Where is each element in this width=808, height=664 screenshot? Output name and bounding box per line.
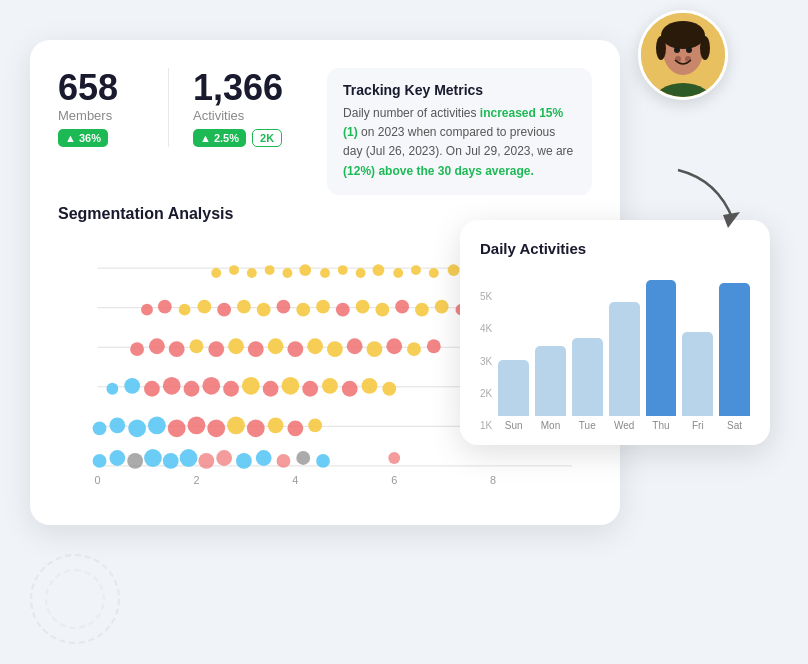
svg-point-79 [342,381,358,397]
svg-point-17 [320,268,330,278]
svg-point-91 [268,417,284,433]
svg-point-34 [197,300,211,314]
metrics-row: 658 Members ▲ 36% 1,366 Activities ▲ 2.5… [58,68,592,195]
bar-chart: Sun Mon Tue Wed Thu [498,291,750,431]
svg-point-81 [382,382,396,396]
svg-point-19 [356,268,366,278]
svg-point-16 [299,264,311,276]
bar-col-tue: Tue [572,338,603,431]
bar-col-fri: Fri [682,332,713,431]
bar-col-mon: Mon [535,346,566,431]
svg-text:8: 8 [490,473,496,485]
svg-point-11 [211,268,221,278]
svg-text:0: 0 [95,473,101,485]
svg-point-54 [190,339,204,353]
svg-point-44 [395,300,409,314]
svg-point-93 [308,418,322,432]
svg-point-35 [217,302,231,316]
members-number: 658 [58,68,144,108]
svg-point-97 [144,449,162,467]
svg-point-88 [207,419,225,437]
daily-activities-card: Daily Activities 5K 4K 3K 2K 1K Sun Mon [460,220,770,445]
avatar [638,10,728,100]
svg-point-60 [307,338,323,354]
svg-point-18 [338,265,348,275]
arrow-indicator [668,160,748,240]
svg-point-103 [256,450,272,466]
svg-point-14 [265,265,275,275]
bar-col-wed: Wed [609,302,640,431]
activities-label: Activities [193,108,283,123]
y-label-4k: 4K [480,323,492,334]
activities-badge: ▲ 2.5% [193,129,246,147]
members-badge-row: ▲ 36% [58,129,144,147]
y-label-3k: 3K [480,356,492,367]
bar-col-sun: Sun [498,360,529,431]
svg-point-92 [287,420,303,436]
svg-point-96 [127,453,143,469]
activities-badge2: 2K [252,129,282,147]
svg-point-106 [316,454,330,468]
svg-point-57 [248,341,264,357]
svg-point-40 [316,300,330,314]
svg-point-112 [656,36,666,60]
svg-point-62 [347,338,363,354]
svg-point-65 [407,342,421,356]
svg-point-32 [158,300,172,314]
bar-fri [682,332,713,416]
y-label-2k: 2K [480,388,492,399]
svg-point-36 [237,300,251,314]
members-badge: ▲ 36% [58,129,108,147]
svg-point-52 [149,338,165,354]
svg-point-21 [393,268,403,278]
svg-point-117 [686,47,692,53]
svg-point-61 [327,341,343,357]
tracking-highlight1: increased 15% (1) [343,106,563,139]
svg-point-113 [700,36,710,60]
y-label-5k: 5K [480,291,492,302]
bar-col-thu: Thu [646,280,677,431]
svg-point-41 [336,302,350,316]
svg-point-58 [268,338,284,354]
daily-activities-title: Daily Activities [480,240,750,257]
svg-point-72 [202,377,220,395]
tracking-highlight2: (12%) above the 30 days average. [343,164,534,178]
svg-point-43 [375,302,389,316]
svg-point-68 [124,378,140,394]
svg-point-51 [130,342,144,356]
svg-point-84 [128,419,146,437]
svg-point-53 [169,341,185,357]
tracking-box: Tracking Key Metrics Daily number of act… [327,68,592,195]
svg-point-12 [229,265,239,275]
svg-point-82 [93,421,107,435]
svg-text:4: 4 [292,473,298,485]
bar-tue [572,338,603,416]
svg-point-77 [302,381,318,397]
svg-point-70 [163,377,181,395]
svg-point-39 [296,302,310,316]
svg-point-23 [429,268,439,278]
svg-point-105 [296,451,310,465]
bar-thu [646,280,677,416]
members-metric: 658 Members ▲ 36% [58,68,168,147]
svg-point-85 [148,416,166,434]
svg-point-45 [415,302,429,316]
svg-point-20 [372,264,384,276]
bar-label-sat: Sat [727,420,742,431]
svg-point-94 [93,454,107,468]
svg-point-15 [282,268,292,278]
bar-wed [609,302,640,416]
bar-mon [535,346,566,416]
svg-point-95 [109,450,125,466]
svg-point-80 [362,378,378,394]
svg-point-75 [263,381,279,397]
svg-point-64 [386,338,402,354]
svg-point-107 [388,452,400,464]
svg-point-63 [367,341,383,357]
bar-chart-container: 5K 4K 3K 2K 1K Sun Mon Tue [480,271,750,431]
svg-point-42 [356,300,370,314]
deco-circle-2 [45,569,105,629]
svg-point-78 [322,378,338,394]
svg-point-56 [228,338,244,354]
activities-number: 1,366 [193,68,283,108]
